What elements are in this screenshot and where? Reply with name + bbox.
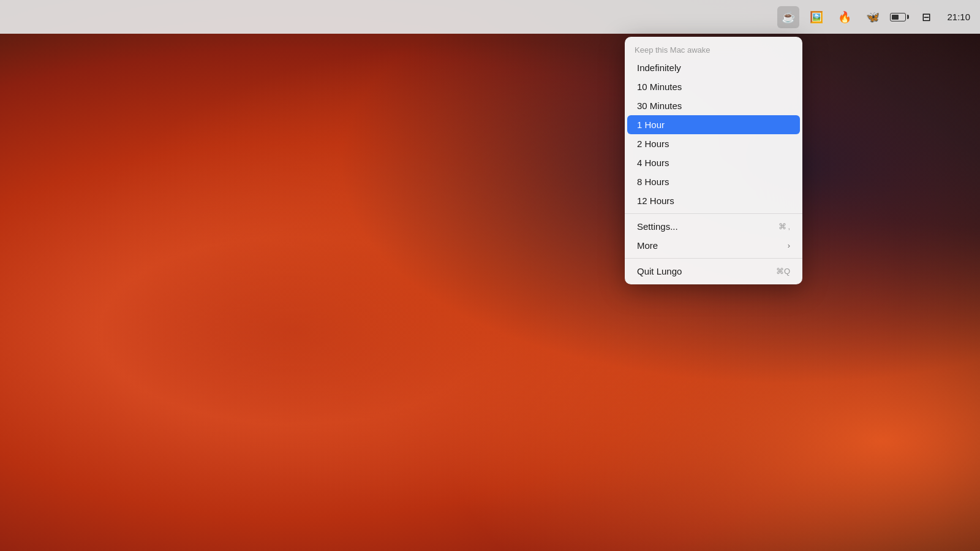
menu-item-4-hours[interactable]: 4 Hours [627,153,800,172]
comma-symbol: , [788,222,790,231]
menu-item-settings-label: Settings... [637,221,678,232]
menubar-icons: ☕ 🖼️ 🔥 🦋 ⊟ 21:10 [777,6,970,28]
lungo-menubar-icon[interactable]: ☕ [777,6,799,28]
image-icon: 🖼️ [810,10,823,24]
finder-menubar-icon[interactable]: 🖼️ [805,6,827,28]
menu-item-30-minutes[interactable]: 30 Minutes [627,96,800,115]
battery-tip [907,15,909,19]
menu-item-30-minutes-label: 30 Minutes [637,101,682,111]
menu-header: Keep this Mac awake [625,40,802,58]
flame-menubar-icon[interactable]: 🔥 [834,6,856,28]
menu-item-more[interactable]: More › [627,236,800,255]
menu-item-more-label: More [637,240,658,251]
menubar: ☕ 🖼️ 🔥 🦋 ⊟ 21:10 [0,0,980,34]
desktop-background [0,0,980,551]
quit-shortcut: ⌘Q [776,267,790,276]
settings-shortcut: ⌘ , [778,222,790,231]
menu-item-indefinitely[interactable]: Indefinitely [627,58,800,77]
menu-item-10-minutes-label: 10 Minutes [637,82,682,92]
divider-1 [625,213,802,214]
lungo-cup-icon: ☕ [782,10,795,24]
battery-indicator [890,13,909,21]
controlcenter-symbol: ⊟ [922,10,931,24]
menu-item-1-hour-label: 1 Hour [637,120,665,130]
menu-item-1-hour[interactable]: 1 Hour [627,115,800,134]
menu-item-12-hours-label: 12 Hours [637,196,674,206]
menu-item-10-minutes[interactable]: 10 Minutes [627,77,800,96]
cmd-symbol: ⌘ [778,222,786,231]
fire-icon: 🔥 [838,10,851,24]
menu-item-8-hours-label: 8 Hours [637,177,669,187]
controlcenter-icon[interactable]: ⊟ [915,6,937,28]
menu-item-indefinitely-label: Indefinitely [637,63,681,73]
menu-item-quit-label: Quit Lungo [637,266,682,276]
menu-item-quit[interactable]: Quit Lungo ⌘Q [627,262,800,281]
battery-body [890,13,906,21]
clock: 21:10 [947,12,970,22]
menu-item-settings[interactable]: Settings... ⌘ , [627,217,800,236]
butterfly-menubar-icon[interactable]: 🦋 [862,6,884,28]
battery-fill [892,15,899,20]
cmd-q-symbol: ⌘Q [776,267,790,276]
menu-item-2-hours-label: 2 Hours [637,139,669,149]
menu-item-4-hours-label: 4 Hours [637,158,669,168]
menu-item-12-hours[interactable]: 12 Hours [627,191,800,210]
divider-2 [625,258,802,259]
butterfly-icon: 🦋 [866,10,880,24]
chevron-right-icon: › [788,241,790,250]
menu-item-2-hours[interactable]: 2 Hours [627,134,800,153]
lungo-dropdown-menu: Keep this Mac awake Indefinitely 10 Minu… [625,37,802,284]
menu-item-8-hours[interactable]: 8 Hours [627,172,800,191]
